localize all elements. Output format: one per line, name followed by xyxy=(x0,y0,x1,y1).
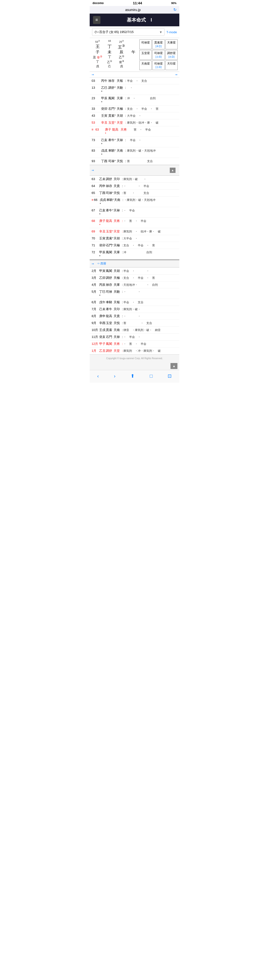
monthly-west-label: ⇒ 西暦 xyxy=(97,262,106,266)
table-row: 33 癸卯 石門° 天極 : 支合 ・ 半会 ・ 害 xyxy=(90,105,179,112)
month-row-4: 4月 丙辰 禄存 天庫 : 天剋地冲・ ・ 自刑 xyxy=(90,282,179,288)
branch-1: 子 xyxy=(92,50,103,55)
time: 11:44 xyxy=(133,1,142,5)
battery-icon: 90% xyxy=(171,2,177,5)
year-row-72: 72 甲辰* 鳳閣 天庫 : 冲 自刑 xyxy=(90,249,179,259)
star-cell-1: 司禄星 xyxy=(139,40,151,49)
star-cell-9: 天印星 xyxy=(166,60,178,70)
star-cell-4: 玉堂星 xyxy=(139,50,151,60)
forward-button[interactable]: › xyxy=(110,372,119,380)
month-row-2: 2月 甲寅 鳳閣 天胡 : 半会 ・ ・ xyxy=(90,267,179,275)
branch-row-3: 丁 乙① 癸③ xyxy=(92,60,139,64)
footer-scroll-area: ▲ xyxy=(90,362,179,370)
table-row: 83 戊戌* 車騎° 天南 : 庫気刑・破・天剋地冲 xyxy=(90,147,179,158)
sub-branch-3b: 癸③ xyxy=(116,60,127,64)
copyright: Copyright © tougu-sanmei Corp. All Right… xyxy=(106,357,162,360)
footer: Copyright © tougu-sanmei Corp. All Right… xyxy=(90,355,179,362)
table-row: 93 丁酉 司禄° 天悦 : 害 支合 xyxy=(90,158,179,165)
monthly-table: 2月 甲寅 鳳閣 天胡 : 半会 ・ ・ 3月 乙卯 調舒 天極 : 支合 ・ … xyxy=(90,267,179,355)
sub-branch-1a: 丑 辛② xyxy=(92,55,103,60)
month-row-6: 6月 戊午 車騎 天報 : 半会 ・ 支合 xyxy=(90,299,179,306)
year-row-71: 71 癸卯 石門° 天極 : 支合 ・ 半会 ・ 害 xyxy=(90,242,179,249)
sub-branch-3a: 乙① xyxy=(116,55,127,60)
sub-branch-1c: 戊 xyxy=(92,64,103,68)
sub-branch-4c xyxy=(127,64,139,68)
month-row-9: 9月 辛酉 玉堂 天悦 : 害 ・ 支合 xyxy=(90,320,179,327)
year-row-64: 64 丙申 禄存 天貴 : ・ ・ 半会 xyxy=(90,183,179,189)
scroll-top-area: ▲ xyxy=(168,167,177,174)
star-cell-3: 天庫星 xyxy=(166,40,178,49)
branch-4: 午 xyxy=(127,50,139,55)
age-row: 59③ 44 29③ xyxy=(92,40,139,43)
branch-3: 辰 xyxy=(116,50,127,55)
month-row-12: 12月 甲子 鳳閣 天将 : ・ 害 ・ 半会 xyxy=(90,340,179,347)
month-row-8: 8月 庚申 龍高 天貴 : ・ ・ xyxy=(90,313,179,320)
sub-branch-3c: 戊 xyxy=(116,64,127,68)
table-row: 03 丙午 禄存 天報 : 半会 ・ 支合 xyxy=(90,78,179,84)
year-row-63: 63 乙未 調舒 天印 : 庫気刑・破 ・ xyxy=(90,176,179,183)
month-row-1: 1月 乙丑 調舒 天堂 : 庫気刑 ・冲・庫気刑・ 破 xyxy=(90,347,179,355)
sub-branch-2a: 丁 xyxy=(103,55,116,60)
table-row: 43 壬寅 貫索° 天胡 : 大半会 ・ xyxy=(90,112,179,119)
month-row-5: 5月 丁巳* 司禄 天馳 : ・ ・ xyxy=(90,288,179,299)
share-button[interactable]: ⬆ xyxy=(127,372,138,380)
year-row-66-eq: = 66 戊戌* 車騎° 天南 : ・庫気刑・破・天剋地冲 xyxy=(90,197,179,207)
bookmarks-button[interactable]: □ xyxy=(146,372,156,380)
star-cell-8: 司禄星 [土④] xyxy=(152,60,164,70)
tabs-button[interactable]: ⊡ xyxy=(164,372,175,380)
menu-button[interactable]: ≡ xyxy=(93,16,100,24)
destiny-pillars: 59③ 44 29③ 王 丁 王③ 子 未 辰 xyxy=(92,40,139,70)
pillar-stem-1: 王 xyxy=(92,44,103,50)
sub-branch-2c: 己 xyxy=(103,64,116,68)
status-icons: 90% xyxy=(171,2,177,5)
star-cell-5: 司禄星 [土④] xyxy=(152,50,164,60)
star-grid: 司禄星 貫索星 [木②] 天庫星 玉堂星 司禄星 [土④] 調舒星 [火③] 天… xyxy=(139,40,178,70)
back-button[interactable]: ‹ xyxy=(94,372,103,380)
sub-branch-4a xyxy=(127,55,139,60)
person-select[interactable]: 小○百合子 (女·65) 1952/7/15 ▼ xyxy=(92,28,164,36)
scroll-top-button[interactable]: ▲ xyxy=(170,168,175,173)
browser-url[interactable]: asumiru.jp xyxy=(92,8,173,12)
monthly-section-header: ⇒ ⇒ 西暦 xyxy=(90,259,179,267)
destiny-top: 59③ 44 29③ 王 丁 王③ 子 未 辰 xyxy=(92,40,177,70)
age-cell-2: 44 xyxy=(103,40,116,43)
bottom-nav: ‹ › ⬆ □ ⊡ xyxy=(90,370,179,383)
year-row-65: 65 丁酉 司禄° 天悦 : 害 ・ 支合 xyxy=(90,189,179,197)
yearly-section-header: ⇒ ▲ xyxy=(90,165,179,175)
pillar-stem-2: 丁 xyxy=(103,44,116,50)
star-cell-6: 調舒星 [火③] xyxy=(166,50,178,60)
scroll-to-top-button[interactable]: ▲ xyxy=(170,363,177,369)
age-cell-4 xyxy=(127,40,139,43)
branch-2: 未 xyxy=(103,50,116,55)
carrier: docomo xyxy=(92,2,104,5)
arrow-row-1: ⇒ ⇒ xyxy=(90,72,179,77)
yearly-table: 63 乙未 調舒 天印 : 庫気刑・破 ・ 64 丙申 禄存 天貴 : ・ ・ … xyxy=(90,175,179,259)
month-row-7: 7月 己未 牽牛 天印 : 庫気刑・破・ xyxy=(90,306,179,313)
star-cell-7: 天南星 xyxy=(139,60,151,70)
age-cell-1: 59③ xyxy=(92,40,103,43)
month-row-11: 11月 癸亥 石門 天禄 : ・ 半会 ・ xyxy=(90,334,179,340)
t-mode-button[interactable]: T-mode xyxy=(166,30,177,34)
sub-branch-4b xyxy=(127,60,139,64)
app-header: ≡ 基本命式 I xyxy=(90,14,179,26)
status-bar: docomo 11:44 90% xyxy=(90,0,179,6)
branch-row-4: 戊 己 戊 xyxy=(92,64,139,68)
destiny-chart-section: 59③ 44 29③ 王 丁 王③ 子 未 辰 xyxy=(90,38,179,72)
table-row: 73 己亥* 牽牛° 天禄 : 半会 ・ xyxy=(90,137,179,147)
branch-row-1: 子 未 辰 午 xyxy=(92,50,139,55)
arrow-icon-2: ⇒ xyxy=(175,73,177,76)
browser-bar: asumiru.jp ↻ xyxy=(90,6,179,14)
pillar-stem-4 xyxy=(127,44,139,50)
year-row-68: 68 庚子* 龍高 天将 : ・ 害 ・ 半会 xyxy=(90,218,179,228)
year-row-67: 67 己亥* 牽牛° 天禄 : ・ 半会 xyxy=(90,207,179,218)
star-cell-2: 貫索星 [木②] xyxy=(152,40,164,49)
table-row-red-53: 53 辛丑 玉堂° 天堂 : 庫気刑・劫冲・庫・ 破 xyxy=(90,119,179,126)
year-row-70: 70 壬寅 貫索° 天胡 : 大半会 ・ xyxy=(90,235,179,242)
age-cell-3: 29③ xyxy=(116,40,127,43)
pillar-stem-3: 王③ xyxy=(116,44,127,50)
reload-button[interactable]: ↻ xyxy=(173,7,177,12)
sub-branch-1b: 丁 xyxy=(92,60,103,64)
table-row: 23 甲辰* 鳳閣 天庫 : 冲 ・ 自刑 xyxy=(90,95,179,105)
month-row-3: 3月 乙卯 調舒 天極 : 支合 ・ 半会 ・ 害 xyxy=(90,275,179,282)
chevron-down-icon: ▼ xyxy=(159,30,162,34)
